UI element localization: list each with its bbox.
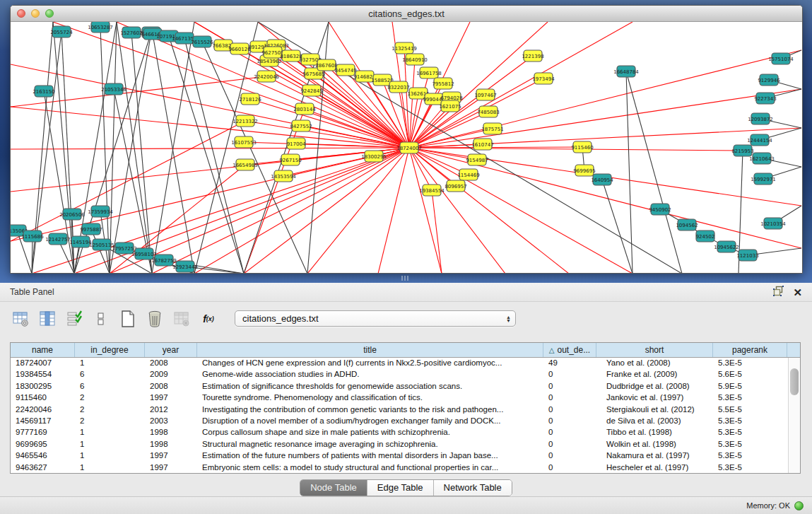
column-header-pagerank[interactable]: pagerank xyxy=(713,343,787,357)
cell-name[interactable]: 22420046 xyxy=(11,404,75,416)
citation-edge-red[interactable] xyxy=(432,190,442,274)
select-columns-icon[interactable] xyxy=(65,310,83,328)
graph-node[interactable]: 9115460 xyxy=(571,141,593,153)
citation-edge-red[interactable] xyxy=(110,165,245,274)
cell-title[interactable]: Investigating the contribution of common… xyxy=(197,404,543,416)
graph-node[interactable]: 8322037 xyxy=(387,81,409,93)
cell-pagerank[interactable]: 5.3E-5 xyxy=(713,392,787,404)
cell-title[interactable]: Structural magnetic resonance image aver… xyxy=(197,439,543,450)
cell-in_degree[interactable]: 2 xyxy=(75,416,145,427)
cell-short[interactable]: Wolkin et al. (1998) xyxy=(596,439,713,450)
table-options-icon[interactable] xyxy=(11,310,30,328)
graph-node[interactable]: 7485083 xyxy=(477,106,499,117)
cell-short[interactable]: Hescheler et al. (1997) xyxy=(596,462,713,473)
graph-node[interactable]: 9975887 xyxy=(80,223,102,235)
delete-column-icon[interactable] xyxy=(146,310,164,328)
network-window-titlebar[interactable]: citations_edges.txt xyxy=(11,6,802,22)
graph-node[interactable]: 8427552 xyxy=(290,120,312,132)
graph-node[interactable]: 9699695 xyxy=(573,165,595,176)
graph-node[interactable]: 17359934 xyxy=(88,206,113,217)
graph-node[interactable]: 924502 xyxy=(696,230,715,242)
scrollbar-thumb[interactable] xyxy=(790,368,799,395)
graph-node[interactable]: 9450902 xyxy=(649,204,671,215)
close-panel-icon[interactable]: ✕ xyxy=(793,287,802,298)
column-header-year[interactable]: year xyxy=(145,343,197,357)
graph-node[interactable]: 9242845 xyxy=(300,85,322,96)
panel-divider-handle[interactable] xyxy=(401,276,410,281)
cell-short[interactable]: Nakamura et al. (1997) xyxy=(596,450,713,462)
cell-short[interactable]: de Silva et al. (2003) xyxy=(596,416,713,427)
citation-edge-red[interactable] xyxy=(409,50,801,148)
cell-year[interactable]: 1998 xyxy=(145,427,197,438)
citation-edge-red[interactable] xyxy=(409,89,801,148)
cell-year[interactable]: 2003 xyxy=(145,416,197,427)
graph-node[interactable]: 11325419 xyxy=(392,42,417,54)
cell-pagerank[interactable]: 5.3E-5 xyxy=(713,462,787,473)
cell-name[interactable]: 18300295 xyxy=(11,381,75,392)
cell-year[interactable]: 2008 xyxy=(145,358,197,369)
graph-node[interactable]: 9154987 xyxy=(466,154,488,165)
cell-pagerank[interactable]: 5.3E-5 xyxy=(713,439,787,450)
table-row[interactable]: 969969511998Structural magnetic resonanc… xyxy=(11,439,788,450)
float-panel-icon[interactable] xyxy=(773,286,784,299)
cell-out_degree[interactable]: 0 xyxy=(543,462,596,473)
graph-node[interactable]: 12142757 xyxy=(45,233,71,245)
graph-node[interactable]: 10210354 xyxy=(760,218,786,229)
graph-node[interactable]: 9227343 xyxy=(754,93,776,104)
graph-node[interactable]: 2803144 xyxy=(293,103,316,115)
cell-year[interactable]: 1997 xyxy=(145,450,197,462)
cell-out_degree[interactable]: 0 xyxy=(543,404,596,416)
citation-edge-red[interactable] xyxy=(409,22,548,148)
cell-title[interactable]: Genome-wide association studies in ADHD. xyxy=(197,369,543,380)
cell-out_degree[interactable]: 0 xyxy=(543,381,596,392)
graph-node[interactable]: 19384554 xyxy=(419,185,445,196)
graph-node[interactable]: 14353594 xyxy=(271,170,296,182)
cell-title[interactable]: Corpus callosum shape and size in male p… xyxy=(197,427,543,438)
cell-short[interactable]: Dudbridge et al. (2008) xyxy=(596,381,713,392)
cell-name[interactable]: 9777169 xyxy=(11,427,75,438)
graph-node[interactable]: 12505135 xyxy=(89,239,114,250)
graph-node[interactable]: 1154469 xyxy=(457,169,479,180)
graph-node[interactable]: 9267150 xyxy=(279,154,301,165)
graph-node[interactable]: 1621075 xyxy=(439,100,461,112)
cell-short[interactable]: Jankovic et al. (1997) xyxy=(596,392,713,404)
graph-node[interactable]: 1640954 xyxy=(591,174,613,185)
table-row[interactable]: 1872400712008Changes of HCN gene express… xyxy=(11,358,788,369)
cell-title[interactable]: Estimation of the future numbers of pati… xyxy=(197,450,543,462)
column-header-in_degree[interactable]: in_degree xyxy=(75,343,145,357)
citation-edge-red[interactable] xyxy=(409,59,415,148)
new-column-icon[interactable] xyxy=(119,310,137,328)
tab-node-table[interactable]: Node Table xyxy=(300,480,367,496)
graph-node[interactable]: 18300295 xyxy=(361,151,387,162)
cell-name[interactable]: 9115460 xyxy=(11,392,75,404)
cell-title[interactable]: Changes of HCN gene expression and I(f) … xyxy=(197,358,543,369)
cell-pagerank[interactable]: 5.3E-5 xyxy=(713,450,787,462)
graph-node[interactable]: 16961758 xyxy=(416,67,442,78)
graph-node[interactable]: 2163150 xyxy=(33,86,54,97)
cell-in_degree[interactable]: 1 xyxy=(75,427,145,438)
citation-edge-red[interactable] xyxy=(194,148,409,274)
cell-title[interactable]: Estimation of significance thresholds fo… xyxy=(197,381,543,392)
citation-edge-black[interactable] xyxy=(626,71,682,274)
graph-node[interactable]: 9129946 xyxy=(758,74,780,86)
graph-node[interactable]: 8186328 xyxy=(280,50,302,62)
table-row[interactable]: 977716911998Corpus callosum shape and si… xyxy=(11,427,788,438)
citation-edge-red[interactable] xyxy=(152,148,409,274)
tab-edge-table[interactable]: Edge Table xyxy=(367,480,434,496)
citation-edge-red[interactable] xyxy=(409,148,569,274)
graph-node[interactable]: 21053346 xyxy=(101,83,126,95)
cell-pagerank[interactable]: 5.6E-5 xyxy=(713,369,787,380)
cell-year[interactable]: 1998 xyxy=(145,439,197,450)
cell-out_degree[interactable]: 0 xyxy=(543,416,596,427)
cell-name[interactable]: 18724007 xyxy=(11,358,75,369)
column-header-name[interactable]: name xyxy=(11,343,75,357)
cell-out_degree[interactable]: 49 xyxy=(543,358,596,369)
cell-out_degree[interactable]: 0 xyxy=(543,450,596,462)
minimize-window-button[interactable] xyxy=(31,9,40,18)
cell-in_degree[interactable]: 1 xyxy=(75,450,145,462)
cell-year[interactable]: 1997 xyxy=(145,392,197,404)
graph-node[interactable]: 10653287 xyxy=(88,22,113,33)
table-row[interactable]: 946554611997Estimation of the future num… xyxy=(11,450,788,462)
column-header-short[interactable]: short xyxy=(596,343,713,357)
cell-title[interactable]: Tourette syndrome. Phenomenology and cla… xyxy=(197,392,543,404)
